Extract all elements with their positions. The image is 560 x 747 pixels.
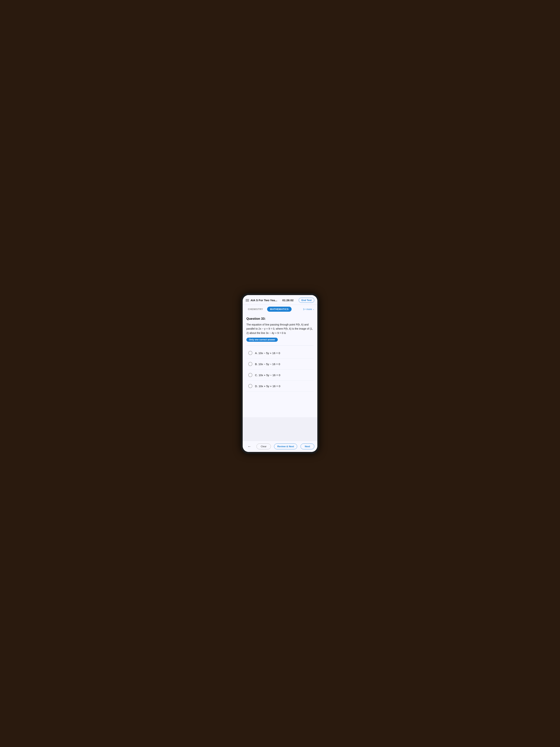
option-c-radio[interactable]	[248, 373, 252, 377]
option-b[interactable]: B. 10x − 5y − 16 = 0	[246, 359, 314, 369]
hamburger-icon[interactable]	[246, 299, 249, 302]
question-text: The equation of line passing through poi…	[246, 323, 314, 335]
header-title: AIA S For Two Yea...	[250, 299, 277, 302]
option-b-text: B. 10x − 5y − 16 = 0	[255, 362, 280, 366]
option-b-radio[interactable]	[248, 362, 252, 366]
phone-screen: AIA S For Two Yea... 01:26:02 End Test C…	[243, 295, 317, 452]
option-a-radio[interactable]	[248, 351, 252, 355]
chevron-down-icon: ⌄	[313, 308, 314, 310]
option-a[interactable]: A. 10x − 5y + 16 = 0	[246, 347, 314, 359]
tab-mathematics[interactable]: MATHEMATICS	[267, 307, 292, 312]
header-timer: 01:26:02	[283, 299, 294, 302]
header-left: AIA S For Two Yea...	[246, 299, 277, 302]
more-tabs-button[interactable]: 1+ more ⌄	[303, 308, 314, 311]
back-button[interactable]: ←	[246, 443, 253, 450]
clear-button[interactable]: Clear	[257, 443, 271, 449]
tabs-row: CHEMISTRY MATHEMATICS 1+ more ⌄	[243, 305, 317, 313]
option-d[interactable]: D. 10x + 5y + 16 = 0	[246, 381, 314, 392]
option-a-text: A. 10x − 5y + 16 = 0	[255, 352, 280, 355]
divider	[246, 345, 314, 346]
bottom-spacer	[243, 417, 317, 441]
more-tabs-label: 1+ more	[303, 308, 312, 311]
phone-device: AIA S For Two Yea... 01:26:02 End Test C…	[241, 293, 319, 454]
footer-nav: ← Clear Review & Next Next	[243, 441, 317, 452]
end-test-button[interactable]: End Test	[299, 298, 314, 303]
option-d-text: D. 10x + 5y + 16 = 0	[255, 385, 281, 388]
header: AIA S For Two Yea... 01:26:02 End Test	[243, 295, 317, 305]
option-d-radio[interactable]	[248, 384, 252, 388]
review-next-button[interactable]: Review & Next	[274, 443, 297, 449]
only-one-correct-badge: Only one correct answer	[246, 338, 278, 342]
option-c[interactable]: C. 10x + 5y − 16 = 0	[246, 369, 314, 381]
next-button[interactable]: Next	[300, 443, 314, 449]
question-number: Question 33:	[246, 317, 314, 321]
question-area: Question 33: The equation of line passin…	[243, 313, 317, 417]
option-c-text: C. 10x + 5y − 16 = 0	[255, 374, 281, 377]
tab-chemistry[interactable]: CHEMISTRY	[246, 307, 265, 312]
